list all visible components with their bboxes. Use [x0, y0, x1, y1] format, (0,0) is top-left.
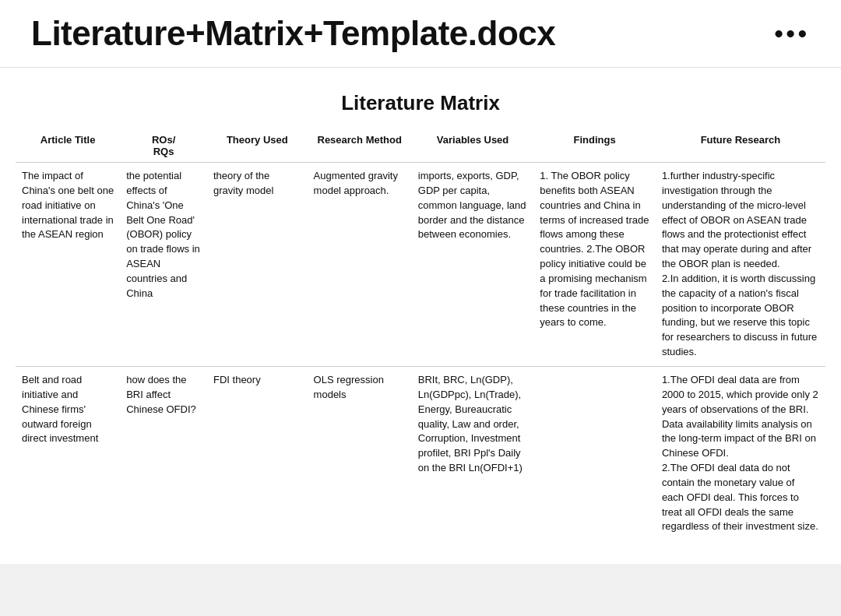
cell-ros-rqs: the potential effects of China's 'One Be…: [120, 163, 207, 367]
cell-ros-rqs: how does the BRI affect Chinese OFDI?: [120, 366, 207, 540]
col-header-article-title: Article Title: [16, 129, 120, 163]
table-row: Belt and road initiative and Chinese fir…: [16, 366, 825, 540]
cell-findings: 1. The OBOR policy benefits both ASEAN c…: [533, 163, 656, 367]
more-options-icon[interactable]: •••: [774, 19, 810, 48]
col-header-theory-used: Theory Used: [207, 129, 308, 163]
cell-theory-used: FDI theory: [207, 366, 308, 540]
cell-variables-used: BRIt, BRC, Ln(GDP), Ln(GDPpc), Ln(Trade)…: [412, 366, 534, 540]
header-bar: Literature+Matrix+Template.docx •••: [0, 0, 841, 68]
document-title: Literature+Matrix+Template.docx: [31, 14, 555, 53]
col-header-future-research: Future Research: [656, 129, 825, 163]
cell-article-title: Belt and road initiative and Chinese fir…: [16, 366, 120, 540]
main-content: Literature Matrix Article Title ROs/RQs …: [0, 68, 841, 564]
cell-findings: [533, 366, 656, 540]
cell-future-research: 1.further industry-specific investigatio…: [656, 163, 825, 367]
table-title: Literature Matrix: [16, 91, 825, 115]
cell-variables-used: imports, exports, GDP, GDP per capita, c…: [412, 163, 534, 367]
cell-research-method: OLS regression models: [308, 366, 412, 540]
cell-article-title: The impact of China's one belt one road …: [16, 163, 120, 367]
cell-theory-used: theory of the gravity model: [207, 163, 308, 367]
cell-future-research: 1.The OFDI deal data are from 2000 to 20…: [656, 366, 825, 540]
col-header-findings: Findings: [533, 129, 656, 163]
col-header-research-method: Research Method: [308, 129, 412, 163]
cell-research-method: Augmented gravity model approach.: [308, 163, 412, 367]
col-header-ros-rqs: ROs/RQs: [120, 129, 207, 163]
literature-matrix-table: Article Title ROs/RQs Theory Used Resear…: [16, 129, 825, 540]
col-header-variables-used: Variables Used: [412, 129, 534, 163]
table-row: The impact of China's one belt one road …: [16, 163, 825, 367]
table-header-row: Article Title ROs/RQs Theory Used Resear…: [16, 129, 825, 163]
